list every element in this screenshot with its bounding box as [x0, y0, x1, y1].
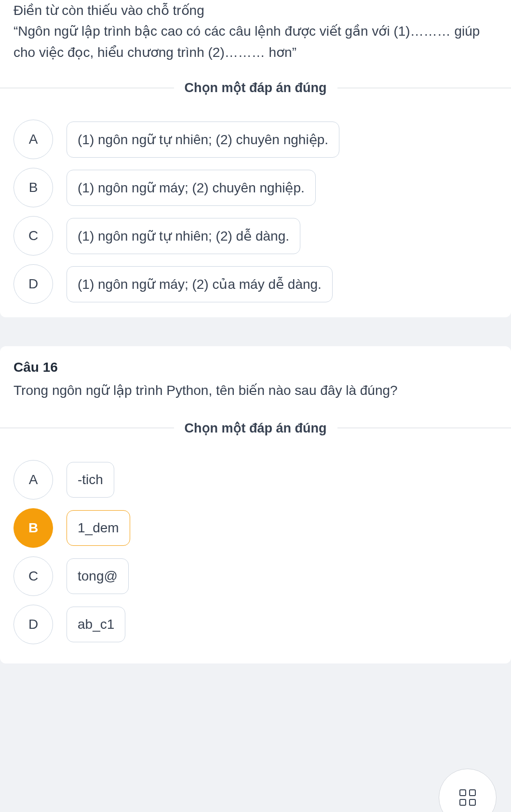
option-d[interactable]: D (1) ngôn ngữ máy; (2) của máy dễ dàng.: [13, 264, 498, 304]
option-text[interactable]: (1) ngôn ngữ máy; (2) của máy dễ dàng.: [67, 266, 333, 302]
option-text[interactable]: -tich: [67, 462, 114, 498]
option-a[interactable]: A -tich: [13, 460, 498, 500]
question-intro: Điền từ còn thiếu vào chỗ trống: [13, 0, 498, 21]
option-letter[interactable]: B: [13, 508, 53, 548]
option-text[interactable]: ab_c1: [67, 607, 125, 642]
option-text[interactable]: (1) ngôn ngữ tự nhiên; (2) chuyên nghiệp…: [67, 122, 339, 158]
option-letter[interactable]: A: [13, 120, 53, 159]
option-a[interactable]: A (1) ngôn ngữ tự nhiên; (2) chuyên nghi…: [13, 120, 498, 159]
option-d[interactable]: D ab_c1: [13, 605, 498, 644]
options-list: A -tich B 1_dem C tong@ D ab_c1: [13, 460, 498, 644]
option-text[interactable]: 1_dem: [67, 510, 130, 546]
divider-line: [337, 88, 511, 88]
prompt-label: Chọn một đáp án đúng: [174, 420, 337, 436]
question-15-card: Điền từ còn thiếu vào chỗ trống “Ngôn ng…: [0, 0, 511, 317]
divider-line: [0, 428, 174, 428]
option-c[interactable]: C tong@: [13, 556, 498, 596]
option-letter[interactable]: D: [13, 264, 53, 304]
prompt-divider: Chọn một đáp án đúng: [0, 420, 511, 436]
options-list: A (1) ngôn ngữ tự nhiên; (2) chuyên nghi…: [13, 120, 498, 304]
question-text: “Ngôn ngữ lập trình bậc cao có các câu l…: [13, 21, 498, 63]
option-text[interactable]: (1) ngôn ngữ tự nhiên; (2) dễ dàng.: [67, 218, 300, 254]
question-text: Trong ngôn ngữ lập trình Python, tên biế…: [13, 380, 498, 401]
option-c[interactable]: C (1) ngôn ngữ tự nhiên; (2) dễ dàng.: [13, 216, 498, 256]
prompt-divider: Chọn một đáp án đúng: [0, 80, 511, 95]
option-b[interactable]: B 1_dem: [13, 508, 498, 548]
option-letter[interactable]: C: [13, 556, 53, 596]
option-text[interactable]: (1) ngôn ngữ máy; (2) chuyên nghiệp.: [67, 170, 316, 206]
divider-line: [337, 428, 511, 428]
divider-line: [0, 88, 174, 88]
option-letter[interactable]: C: [13, 216, 53, 256]
prompt-label: Chọn một đáp án đúng: [174, 80, 337, 95]
option-letter[interactable]: B: [13, 168, 53, 207]
question-title: Câu 16: [13, 360, 498, 375]
option-letter[interactable]: A: [13, 460, 53, 500]
option-b[interactable]: B (1) ngôn ngữ máy; (2) chuyên nghiệp.: [13, 168, 498, 207]
option-text[interactable]: tong@: [67, 558, 129, 594]
question-16-card: Câu 16 Trong ngôn ngữ lập trình Python, …: [0, 346, 511, 663]
option-letter[interactable]: D: [13, 605, 53, 644]
